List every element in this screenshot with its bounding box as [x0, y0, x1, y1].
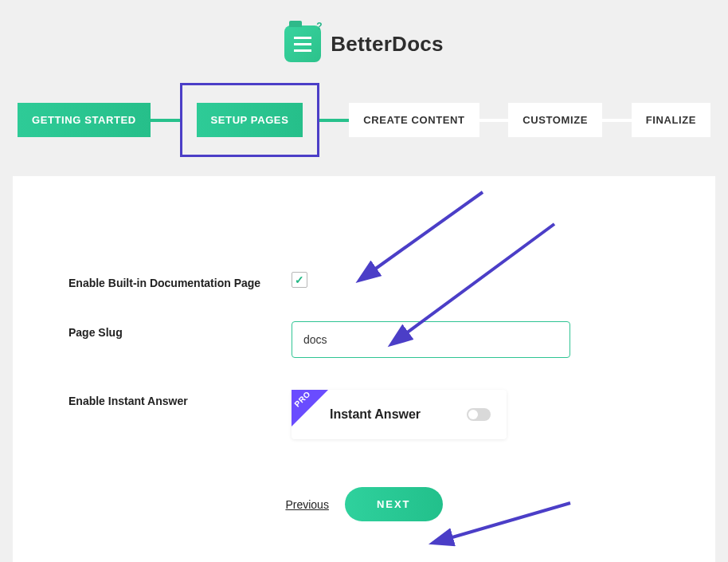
step-current-highlight: SETUP PAGES: [180, 83, 320, 157]
step-create-content[interactable]: CREATE CONTENT: [349, 103, 479, 137]
row-page-slug: Page Slug: [68, 321, 660, 358]
check-icon: ✓: [295, 273, 304, 286]
previous-link[interactable]: Previous: [285, 498, 328, 511]
input-page-slug[interactable]: [292, 321, 570, 358]
step-customize[interactable]: CUSTOMIZE: [508, 103, 602, 137]
step-finalize[interactable]: FINALIZE: [632, 103, 710, 137]
wizard-steps: GETTING STARTED SETUP PAGES CREATE CONTE…: [18, 83, 710, 157]
label-enable-doc-page: Enable Built-in Documentation Page: [68, 272, 276, 289]
brand-logo-icon: ?: [284, 26, 321, 62]
annotation-arrow-icon: [347, 184, 491, 283]
step-connector: [319, 119, 349, 122]
checkbox-enable-doc-page[interactable]: ✓: [292, 272, 307, 288]
step-connector: [479, 119, 509, 122]
instant-answer-title: Instant Answer: [330, 407, 421, 422]
svg-line-0: [371, 192, 483, 272]
step-connector: [602, 119, 632, 122]
brand-name: BetterDocs: [331, 32, 444, 57]
label-instant-answer: Enable Instant Answer: [68, 390, 276, 407]
app-header: ? BetterDocs: [0, 0, 728, 77]
row-enable-doc-page: Enable Built-in Documentation Page ✓: [68, 272, 660, 289]
next-button[interactable]: NEXT: [345, 487, 443, 521]
instant-answer-panel: PRO Instant Answer: [292, 390, 507, 439]
wizard-nav: Previous NEXT: [68, 487, 660, 521]
step-getting-started[interactable]: GETTING STARTED: [18, 103, 151, 137]
pro-badge: PRO: [292, 390, 328, 426]
step-connector: [151, 119, 180, 122]
step-setup-pages[interactable]: SETUP PAGES: [197, 103, 303, 137]
row-instant-answer: Enable Instant Answer PRO Instant Answer: [68, 390, 660, 439]
label-page-slug: Page Slug: [68, 321, 276, 339]
setup-pages-card: Enable Built-in Documentation Page ✓ Pag…: [13, 176, 715, 562]
toggle-instant-answer[interactable]: [467, 408, 491, 421]
